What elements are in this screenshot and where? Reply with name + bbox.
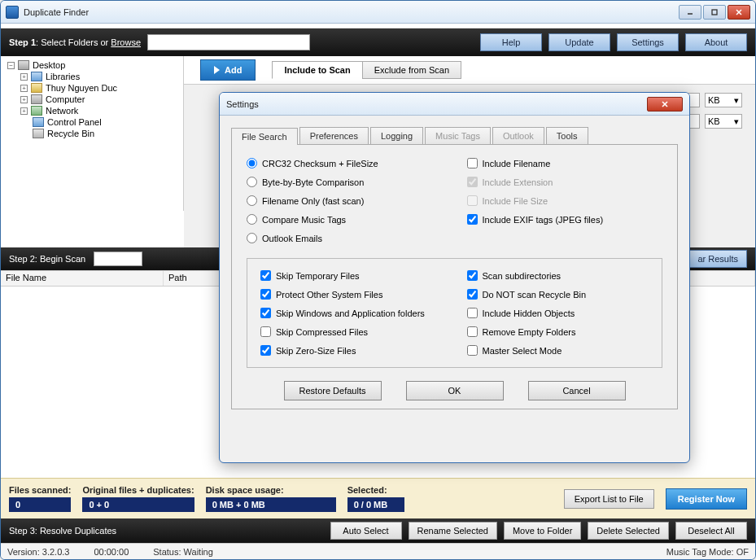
folder-tree[interactable]: −Desktop +Libraries +Thuy Nguyen Duc +Co… bbox=[1, 56, 184, 211]
cancel-button[interactable]: Cancel bbox=[528, 381, 626, 400]
move-to-folder-button[interactable]: Move to Folder bbox=[504, 522, 581, 540]
step3-band: Step 3: Resolve Duplicates Auto Select R… bbox=[1, 518, 755, 543]
files-scanned-label: Files scanned: bbox=[9, 485, 71, 495]
minimize-button[interactable] bbox=[679, 5, 701, 20]
svg-rect-1 bbox=[712, 10, 717, 15]
rename-selected-button[interactable]: Rename Selected bbox=[409, 522, 497, 540]
delete-selected-button[interactable]: Delete Selected bbox=[588, 522, 669, 540]
control-panel-icon bbox=[33, 117, 44, 127]
tree-item-label: Libraries bbox=[46, 72, 80, 81]
add-button[interactable]: Add bbox=[200, 59, 256, 81]
expand-icon[interactable]: + bbox=[20, 96, 28, 103]
check-skip-temp[interactable]: Skip Temporary Files bbox=[260, 270, 443, 281]
tab-include[interactable]: Include to Scan bbox=[272, 61, 362, 79]
titlebar: Duplicate Finder bbox=[1, 1, 755, 24]
tree-item-network[interactable]: +Network bbox=[2, 105, 181, 116]
selected-label: Selected: bbox=[347, 485, 404, 495]
app-icon bbox=[6, 6, 19, 19]
desktop-icon bbox=[18, 60, 29, 70]
tree-item-recyclebin[interactable]: Recycle Bin bbox=[2, 128, 181, 139]
tree-root[interactable]: −Desktop bbox=[2, 59, 181, 71]
disk-usage-value: 0 MB + 0 MB bbox=[206, 497, 336, 512]
check-master-select[interactable]: Master Select Mode bbox=[467, 345, 649, 356]
add-row: Add Include to Scan Exclude from Scan bbox=[184, 56, 755, 84]
auto-select-button[interactable]: Auto Select bbox=[330, 522, 402, 540]
expand-icon[interactable]: + bbox=[20, 73, 28, 81]
check-include-hidden[interactable]: Include Hidden Objects bbox=[467, 308, 649, 318]
restore-defaults-button[interactable]: Restore Defaults bbox=[284, 381, 382, 400]
add-button-label: Add bbox=[225, 65, 242, 75]
tab-preferences[interactable]: Preferences bbox=[299, 127, 369, 144]
col-filename[interactable]: File Name bbox=[1, 271, 164, 286]
tab-file-search[interactable]: File Search bbox=[231, 128, 298, 145]
export-list-button[interactable]: Export List to File bbox=[564, 489, 654, 509]
check-include-filename[interactable]: Include Filename bbox=[467, 158, 663, 168]
status-text: Status: Waiting bbox=[153, 547, 213, 557]
radio-filename[interactable]: Filename Only (fast scan) bbox=[247, 195, 443, 206]
tree-item-label: Network bbox=[46, 106, 78, 116]
scan-button-placeholder[interactable] bbox=[94, 252, 142, 266]
window-title: Duplicate Finder bbox=[24, 7, 679, 17]
radio-byte[interactable]: Byte-by-Byte Comparison bbox=[247, 177, 443, 187]
size-min-unit[interactable]: KB▾ bbox=[705, 93, 742, 107]
tab-tools[interactable]: Tools bbox=[546, 127, 588, 144]
chevron-down-icon: ▾ bbox=[734, 116, 739, 127]
help-button[interactable]: Help bbox=[480, 33, 542, 51]
status-bar: Version: 3.2.0.3 00:00:00 Status: Waitin… bbox=[1, 543, 755, 559]
check-no-recycle[interactable]: Do NOT scan Recycle Bin bbox=[467, 289, 649, 300]
step2-label: Step 2 bbox=[9, 254, 35, 264]
about-button[interactable]: About bbox=[685, 33, 747, 51]
check-remove-empty[interactable]: Remove Empty Folders bbox=[467, 326, 649, 337]
tree-item-label: Thuy Nguyen Duc bbox=[46, 83, 117, 93]
tab-exclude[interactable]: Exclude from Scan bbox=[362, 61, 461, 79]
settings-dialog: Settings File Search Preferences Logging… bbox=[219, 92, 690, 463]
close-button[interactable] bbox=[728, 5, 750, 20]
tree-item-user[interactable]: +Thuy Nguyen Duc bbox=[2, 82, 181, 94]
files-scanned-value: 0 bbox=[9, 497, 71, 512]
update-button[interactable]: Update bbox=[548, 33, 610, 51]
radio-outlook[interactable]: Outlook Emails bbox=[247, 233, 443, 243]
tree-item-controlpanel[interactable]: Control Panel bbox=[2, 116, 181, 128]
check-include-extension: Include Extension bbox=[467, 177, 663, 187]
expand-icon[interactable]: + bbox=[20, 85, 28, 92]
check-skip-compressed[interactable]: Skip Compressed Files bbox=[260, 326, 443, 337]
tab-music-tags[interactable]: Music Tags bbox=[425, 127, 491, 144]
tree-item-libraries[interactable]: +Libraries bbox=[2, 71, 181, 82]
register-now-button[interactable]: Register Now bbox=[666, 488, 747, 510]
browse-link[interactable]: Browse bbox=[111, 37, 141, 47]
settings-button[interactable]: Settings bbox=[617, 33, 679, 51]
dialog-title: Settings bbox=[226, 99, 647, 109]
radio-music[interactable]: Compare Music Tags bbox=[247, 214, 443, 225]
elapsed-text: 00:00:00 bbox=[94, 547, 129, 557]
arrow-right-icon bbox=[214, 66, 220, 74]
check-protect-sys[interactable]: Protect Other System Files bbox=[260, 289, 443, 300]
deselect-all-button[interactable]: Deselect All bbox=[675, 522, 747, 540]
tab-outlook[interactable]: Outlook bbox=[492, 127, 544, 144]
tree-root-label: Desktop bbox=[33, 60, 65, 70]
dialog-tabs: File Search Preferences Logging Music Ta… bbox=[231, 127, 678, 145]
maximize-button[interactable] bbox=[703, 5, 726, 20]
ok-button[interactable]: OK bbox=[406, 381, 504, 400]
tree-item-label: Recycle Bin bbox=[47, 129, 94, 138]
user-folder-icon bbox=[31, 83, 42, 93]
selected-value: 0 / 0 MB bbox=[347, 497, 404, 512]
tab-logging[interactable]: Logging bbox=[370, 127, 423, 144]
tree-item-label: Computer bbox=[46, 94, 85, 104]
check-include-exif[interactable]: Include EXIF tags (JPEG files) bbox=[467, 214, 663, 225]
dialog-close-button[interactable] bbox=[647, 97, 683, 112]
dialog-body: File Search Preferences Logging Music Ta… bbox=[220, 116, 689, 421]
folder-path-input[interactable] bbox=[147, 34, 310, 50]
tree-item-computer[interactable]: +Computer bbox=[2, 94, 181, 105]
radio-crc[interactable]: CRC32 Checksum + FileSize bbox=[247, 158, 443, 168]
results-tab[interactable]: ar Results bbox=[688, 250, 747, 268]
check-scan-subdirs[interactable]: Scan subdirectories bbox=[467, 270, 649, 281]
collapse-icon[interactable]: − bbox=[7, 62, 15, 69]
check-skip-win[interactable]: Skip Windows and Application folders bbox=[260, 308, 443, 318]
dialog-content: CRC32 Checksum + FileSize Byte-by-Byte C… bbox=[231, 145, 678, 409]
size-max-unit[interactable]: KB▾ bbox=[705, 114, 742, 129]
step3-label: Step 3 bbox=[9, 526, 35, 536]
disk-usage-label: Disk space usage: bbox=[206, 485, 336, 495]
expand-icon[interactable]: + bbox=[20, 107, 28, 115]
check-skip-zero[interactable]: Skip Zero-Size Files bbox=[260, 345, 443, 356]
step1-text: : Select Folders or bbox=[36, 37, 111, 47]
